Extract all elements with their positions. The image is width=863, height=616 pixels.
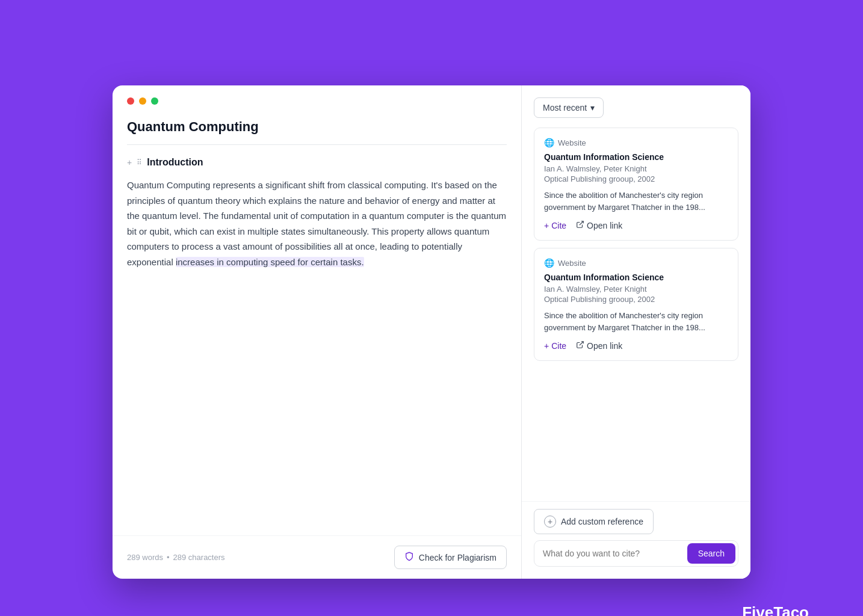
plagiarism-button[interactable]: Check for Plagiarism [394, 546, 507, 569]
search-row: Search [534, 540, 738, 567]
svg-line-1 [580, 342, 583, 345]
globe-icon-2: 🌐 [544, 258, 554, 268]
left-panel: Quantum Computing + ⠿ Introduction Quant… [113, 85, 522, 579]
open-link-button-2[interactable]: Open link [576, 340, 622, 351]
body-text-normal: Quantum Computing represents a significa… [127, 180, 506, 267]
ref-title-2: Quantum Information Science [544, 273, 728, 282]
external-link-icon-1 [576, 220, 584, 230]
body-text-highlighted: increases in computing speed for certain… [176, 257, 364, 267]
globe-icon-1: 🌐 [544, 138, 554, 147]
ref-type-label-2: Website [558, 259, 586, 268]
cite-label-1: Cite [551, 221, 566, 230]
ref-author-1: Ian A. Walmsley, Peter Knight [544, 164, 728, 173]
word-count-text: 289 words [127, 553, 163, 562]
maximize-dot[interactable] [151, 97, 158, 105]
ref-card-1: 🌐 Website Quantum Information Science Ia… [534, 128, 738, 241]
brand: FiveTaco [742, 603, 809, 616]
right-panel: Most recent ▾ 🌐 Website Quantum Informat… [522, 85, 750, 579]
close-dot[interactable] [127, 97, 134, 105]
right-header: Most recent ▾ [522, 85, 750, 128]
cite-button-2[interactable]: + Cite [544, 341, 566, 351]
brand-name: FiveTaco [742, 603, 809, 616]
cite-label-2: Cite [551, 341, 566, 351]
right-footer: + Add custom reference Search [522, 501, 750, 579]
ref-publisher-2: Optical Publishing grooup, 2002 [544, 295, 728, 304]
plus-icon-2: + [544, 341, 549, 351]
open-link-button-1[interactable]: Open link [576, 220, 622, 230]
ref-excerpt-1: Since the abolition of Manchester's city… [544, 189, 728, 213]
window-controls [113, 85, 521, 114]
shield-icon [404, 552, 414, 563]
ref-type-label-1: Website [558, 138, 586, 147]
search-input[interactable] [543, 549, 682, 558]
ref-author-2: Ian A. Walmsley, Peter Knight [544, 285, 728, 294]
ref-publisher-1: Optical Publishing grooup, 2002 [544, 174, 728, 183]
ref-excerpt-2: Since the abolition of Manchester's city… [544, 310, 728, 333]
left-footer: 289 words • 289 characters Check for Pla… [113, 535, 521, 579]
doc-title: Quantum Computing [113, 114, 521, 144]
sort-label: Most recent [543, 103, 587, 112]
word-count: 289 words • 289 characters [127, 553, 225, 562]
char-count-text: 289 characters [173, 553, 225, 562]
svg-line-0 [580, 221, 583, 225]
plus-circle-icon: + [544, 516, 556, 528]
cite-button-1[interactable]: + Cite [544, 221, 566, 230]
app-window: Quantum Computing + ⠿ Introduction Quant… [113, 85, 750, 579]
ref-type-2: 🌐 Website [544, 258, 728, 268]
plagiarism-label: Check for Plagiarism [419, 553, 496, 562]
expand-icon[interactable]: + [127, 158, 132, 167]
separator: • [167, 553, 170, 562]
ref-actions-1: + Cite Open link [544, 220, 728, 230]
section-body: Quantum Computing represents a significa… [113, 175, 521, 282]
add-custom-reference-button[interactable]: + Add custom reference [534, 509, 654, 534]
ref-card-2: 🌐 Website Quantum Information Science Ia… [534, 248, 738, 361]
open-link-label-2: Open link [587, 341, 622, 351]
references-list: 🌐 Website Quantum Information Science Ia… [522, 128, 750, 501]
chevron-down-icon: ▾ [590, 103, 595, 112]
add-custom-ref-label: Add custom reference [561, 517, 643, 526]
outer-wrapper: Quantum Computing + ⠿ Introduction Quant… [24, 24, 839, 616]
ref-actions-2: + Cite Open link [544, 340, 728, 351]
section-header: + ⠿ Introduction [113, 145, 521, 175]
external-link-icon-2 [576, 340, 584, 351]
ref-type-1: 🌐 Website [544, 138, 728, 147]
open-link-label-1: Open link [587, 221, 622, 230]
grid-icon: ⠿ [137, 158, 142, 167]
sort-dropdown[interactable]: Most recent ▾ [534, 97, 604, 118]
plus-icon-1: + [544, 221, 549, 230]
ref-title-1: Quantum Information Science [544, 152, 728, 162]
minimize-dot[interactable] [139, 97, 146, 105]
search-button[interactable]: Search [687, 543, 735, 564]
section-title: Introduction [147, 157, 203, 168]
